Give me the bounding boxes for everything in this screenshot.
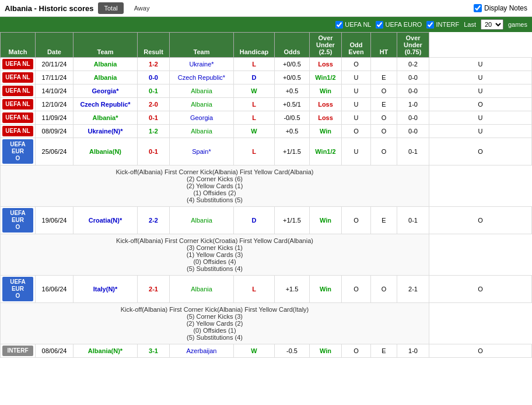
filter-interf[interactable]: INTERF	[426, 21, 459, 29]
date-cell: 25/06/24	[36, 138, 74, 165]
handicap-cell: -0.5	[275, 344, 310, 358]
comp-cell: UEFA EURO	[1, 207, 36, 234]
ht-cell: 0-2	[397, 58, 429, 71]
date-cell: 16/06/24	[36, 276, 74, 303]
col-ou075: Over Under (0.75)	[397, 33, 429, 58]
team1-cell: Georgia*	[74, 84, 138, 98]
team2-cell: Czech Republic*	[170, 71, 234, 84]
team2-cell: Albania	[170, 207, 234, 234]
oe-cell: O	[371, 276, 397, 303]
display-notes-label: Display Notes	[484, 4, 527, 12]
date-cell: 14/10/24	[36, 84, 74, 98]
display-notes-checkbox[interactable]	[474, 4, 482, 12]
odds-cell: Win1/2	[310, 138, 342, 165]
result-cell: 3-1	[138, 344, 170, 358]
games-label: games	[508, 21, 527, 28]
team2-cell: Albania	[170, 276, 234, 303]
handicap-cell: +0.5	[275, 125, 310, 138]
ou075-cell: U	[429, 71, 532, 84]
col-result: Result	[138, 33, 170, 58]
ou075-cell: O	[429, 207, 532, 234]
note-cell: Kick-off(Albania) First Corner Kick(Croa…	[1, 234, 429, 276]
oe-cell: O	[371, 125, 397, 138]
table-row[interactable]: UEFA EURO 25/06/24 Albania(N) 0-1 Spain*…	[1, 138, 532, 165]
comp-cell: UEFA NL	[1, 98, 36, 111]
table-row[interactable]: UEFA NL 08/09/24 Ukraine(N)* 1-2 Albania…	[1, 125, 532, 138]
team2-cell: Albania	[170, 125, 234, 138]
team1-cell: Croatia(N)*	[74, 207, 138, 234]
ht-cell: 0-0	[397, 111, 429, 125]
oe-cell: O	[371, 138, 397, 165]
team2-cell: Albania	[170, 98, 234, 111]
team2-cell: Azerbaijan	[170, 344, 234, 358]
ou25-cell: U	[342, 84, 371, 98]
comp-cell: UEFA NL	[1, 84, 36, 98]
table-row[interactable]: UEFA NL 14/10/24 Georgia* 0-1 Albania W …	[1, 84, 532, 98]
result-cell: 0-1	[138, 84, 170, 98]
handicap-cell: +0.5	[275, 84, 310, 98]
outcome-cell: L	[234, 98, 275, 111]
handicap-cell: +1.5	[275, 276, 310, 303]
odds-cell: Win1/2	[310, 71, 342, 84]
col-odds: Odds	[275, 33, 310, 58]
filter-bar: UEFA NL UEFA EURO INTERF Last 20 10 30 g…	[0, 17, 532, 32]
ou25-cell: O	[342, 58, 371, 71]
result-cell: 2-0	[138, 98, 170, 111]
date-cell: 08/06/24	[36, 344, 74, 358]
last-select[interactable]: 20 10 30	[481, 19, 503, 30]
team1-cell: Albania	[74, 58, 138, 71]
ht-cell: 0-0	[397, 84, 429, 98]
team1-cell: Italy(N)*	[74, 276, 138, 303]
oe-cell: E	[371, 71, 397, 84]
ou075-cell: U	[429, 84, 532, 98]
ou075-cell: O	[429, 98, 532, 111]
date-cell: 12/10/24	[36, 98, 74, 111]
comp-cell: UEFA EURO	[1, 276, 36, 303]
date-cell: 17/11/24	[36, 71, 74, 84]
comp-cell: UEFA NL	[1, 58, 36, 71]
note-row: Kick-off(Albania) First Corner Kick(Alba…	[1, 165, 532, 207]
col-team1: Team	[74, 33, 138, 58]
ou25-cell: U	[342, 111, 371, 125]
oe-cell: E	[371, 207, 397, 234]
table-row[interactable]: UEFA NL 17/11/24 Albania 0-0 Czech Repub…	[1, 71, 532, 84]
ht-cell: 0-0	[397, 125, 429, 138]
outcome-cell: W	[234, 344, 275, 358]
comp-cell: INTERF	[1, 344, 36, 358]
result-cell: 0-0	[138, 71, 170, 84]
ou25-cell: O	[342, 125, 371, 138]
col-team2: Team	[170, 33, 234, 58]
note-cell: Kick-off(Albania) First Corner Kick(Alba…	[1, 165, 429, 207]
ou25-cell: U	[342, 138, 371, 165]
date-cell: 19/06/24	[36, 207, 74, 234]
handicap-cell: +1/1.5	[275, 138, 310, 165]
date-cell: 08/09/24	[36, 125, 74, 138]
team1-cell: Albania(N)*	[74, 344, 138, 358]
table-row[interactable]: UEFA EURO 19/06/24 Croatia(N)* 2-2 Alban…	[1, 207, 532, 234]
col-ou25: Over Under (2.5)	[310, 33, 342, 58]
filter-uefa-nl[interactable]: UEFA NL	[335, 21, 371, 29]
filter-uefa-euro[interactable]: UEFA EURO	[376, 21, 422, 29]
outcome-cell: L	[234, 276, 275, 303]
table-row[interactable]: UEFA EURO 16/06/24 Italy(N)* 2-1 Albania…	[1, 276, 532, 303]
date-cell: 11/09/24	[36, 111, 74, 125]
tab-away[interactable]: Away	[128, 2, 156, 14]
team2-cell: Albania	[170, 84, 234, 98]
team2-cell: Georgia	[170, 111, 234, 125]
outcome-cell: L	[234, 111, 275, 125]
note-row: Kick-off(Albania) First Corner Kick(Croa…	[1, 234, 532, 276]
tab-total[interactable]: Total	[98, 2, 123, 14]
result-cell: 0-1	[138, 138, 170, 165]
table-row[interactable]: INTERF 08/06/24 Albania(N)* 3-1 Azerbaij…	[1, 344, 532, 358]
page-title: Albania - Historic scores	[5, 4, 93, 13]
table-row[interactable]: UEFA NL 12/10/24 Czech Republic* 2-0 Alb…	[1, 98, 532, 111]
ou075-cell: O	[429, 138, 532, 165]
table-row[interactable]: UEFA NL 20/11/24 Albania 1-2 Ukraine* L …	[1, 58, 532, 71]
odds-cell: Loss	[310, 111, 342, 125]
oe-cell	[371, 58, 397, 71]
ou075-cell: O	[429, 344, 532, 358]
table-row[interactable]: UEFA NL 11/09/24 Albania* 0-1 Georgia L …	[1, 111, 532, 125]
col-handicap: Handicap	[234, 33, 275, 58]
comp-cell: UEFA NL	[1, 125, 36, 138]
handicap-cell: +0/0.5	[275, 58, 310, 71]
